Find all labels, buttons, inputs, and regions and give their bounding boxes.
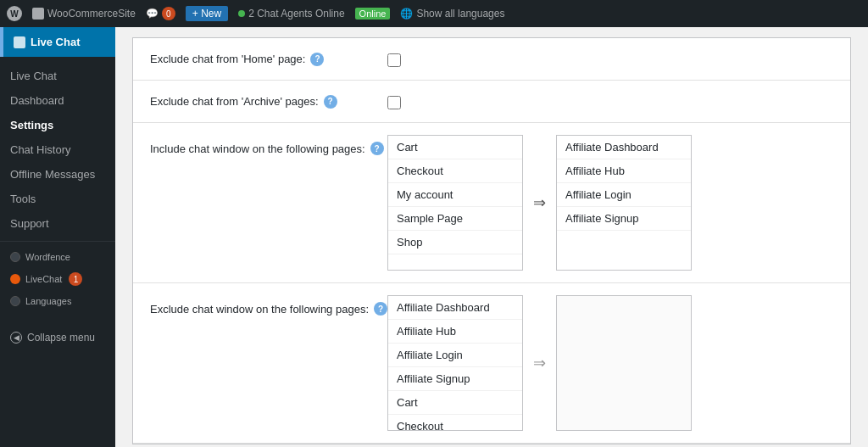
sidebar-item-livechat[interactable]: Live Chat	[0, 64, 115, 88]
include-pages-control: Cart Checkout My account Sample Page Sho…	[387, 135, 833, 271]
wp-logo-btn[interactable]: W	[7, 6, 22, 21]
exclude-archive-control	[387, 94, 833, 109]
list-item[interactable]: Checkout	[388, 159, 522, 183]
exclude-archive-help-icon[interactable]: ?	[324, 95, 337, 109]
include-pages-row: Include chat window on the following pag…	[133, 123, 850, 283]
top-bar: W WooCommerceSite 💬 0 + New 2 Chat Agent…	[0, 0, 868, 27]
sidebar-item-settings[interactable]: Settings	[0, 113, 115, 137]
site-name-btn[interactable]: WooCommerceSite	[32, 8, 136, 20]
exclude-archive-row: Exclude chat from 'Archive' pages: ?	[133, 81, 850, 123]
collapse-menu-btn[interactable]: ◀ Collapse menu	[0, 325, 115, 350]
sidebar-item-support[interactable]: Support	[0, 211, 115, 236]
list-item[interactable]: Shop	[388, 231, 522, 254]
list-item[interactable]: Checkout	[388, 415, 522, 431]
include-pages-help-icon[interactable]: ?	[370, 142, 384, 155]
comments-count: 0	[162, 7, 175, 20]
languages-icon	[10, 296, 20, 306]
sidebar: Live Chat Live Chat Dashboard Settings C…	[0, 27, 115, 447]
include-right-listbox[interactable]: Affiliate Dashboard Affiliate Hub Affili…	[556, 135, 692, 271]
collapse-icon: ◀	[10, 332, 22, 344]
include-transfer-btn[interactable]: ⇒	[530, 190, 549, 215]
exclude-home-label: Exclude chat from 'Home' page: ?	[150, 53, 387, 66]
list-item[interactable]: Affiliate Login	[388, 344, 522, 367]
include-pages-label: Include chat window on the following pag…	[150, 135, 387, 155]
list-item[interactable]: Cart	[388, 136, 522, 159]
livechat-header-icon	[14, 36, 25, 48]
exclude-left-listbox[interactable]: Affiliate Dashboard Affiliate Hub Affili…	[387, 295, 523, 431]
exclude-list-box-container: Affiliate Dashboard Affiliate Hub Affili…	[387, 295, 692, 431]
sidebar-item-chat-history[interactable]: Chat History	[0, 137, 115, 162]
site-icon	[32, 8, 44, 20]
exclude-home-checkbox[interactable]	[387, 53, 401, 67]
sidebar-item-languages[interactable]: Languages	[0, 291, 115, 311]
sidebar-header: Live Chat	[0, 27, 115, 57]
exclude-left-wrapper: Affiliate Dashboard Affiliate Hub Affili…	[387, 295, 523, 431]
wp-logo-icon: W	[7, 6, 22, 21]
comments-btn[interactable]: 💬 0	[146, 7, 175, 20]
exclude-archive-checkbox[interactable]	[387, 96, 401, 109]
exclude-home-control	[387, 52, 833, 67]
online-status[interactable]: Online	[355, 8, 391, 20]
sidebar-divider	[0, 241, 115, 242]
exclude-home-help-icon[interactable]: ?	[310, 53, 324, 66]
agents-status: 2 Chat Agents Online	[238, 8, 344, 20]
include-left-wrapper: Cart Checkout My account Sample Page Sho…	[387, 135, 523, 271]
online-dot-icon	[238, 10, 245, 17]
include-list-box-container: Cart Checkout My account Sample Page Sho…	[387, 135, 692, 271]
sidebar-item-tools[interactable]: Tools	[0, 187, 115, 211]
list-item[interactable]: Affiliate Login	[557, 183, 691, 207]
exclude-pages-help-icon[interactable]: ?	[374, 302, 387, 316]
languages-btn[interactable]: 🌐 Show all languages	[400, 8, 504, 20]
list-item[interactable]: My account	[388, 183, 522, 207]
sidebar-nav: Live Chat Dashboard Settings Chat Histor…	[0, 57, 115, 318]
list-item[interactable]: Affiliate Hub	[388, 320, 522, 344]
main-content: Exclude chat from 'Home' page: ? Exclude…	[115, 27, 868, 447]
list-item[interactable]: Affiliate Signup	[557, 207, 691, 231]
include-left-listbox[interactable]: Cart Checkout My account Sample Page Sho…	[387, 135, 523, 271]
exclude-home-row: Exclude chat from 'Home' page: ?	[133, 38, 850, 81]
list-item[interactable]: Affiliate Dashboard	[557, 136, 691, 159]
list-item[interactable]: Sample Page	[388, 207, 522, 231]
exclude-right-listbox[interactable]	[556, 295, 692, 431]
list-item[interactable]: Cart	[388, 391, 522, 415]
list-item[interactable]: Affiliate Hub	[557, 159, 691, 183]
new-btn[interactable]: + New	[186, 6, 228, 21]
sidebar-item-wordfence[interactable]: Wordfence	[0, 247, 115, 267]
exclude-pages-label: Exclude chat window on the following pag…	[150, 295, 387, 316]
livechat-plugin-icon	[10, 274, 20, 284]
livechat-badge: 1	[69, 272, 82, 286]
list-item[interactable]: Affiliate Dashboard	[388, 296, 522, 320]
include-right-wrapper: Affiliate Dashboard Affiliate Hub Affili…	[556, 135, 692, 271]
sidebar-item-dashboard[interactable]: Dashboard	[0, 88, 115, 113]
exclude-archive-label: Exclude chat from 'Archive' pages: ?	[150, 95, 387, 109]
exclude-pages-row: Exclude chat window on the following pag…	[133, 283, 850, 444]
exclude-transfer-btn[interactable]: ⇒	[530, 350, 549, 376]
sidebar-item-offline-messages[interactable]: Offline Messages	[0, 162, 115, 187]
exclude-right-wrapper	[556, 295, 692, 431]
sidebar-item-livechat-plugin[interactable]: LiveChat 1	[0, 267, 115, 291]
exclude-pages-control: Affiliate Dashboard Affiliate Hub Affili…	[387, 295, 833, 431]
list-item[interactable]: Affiliate Signup	[388, 367, 522, 391]
wordfence-icon	[10, 252, 20, 262]
settings-card: Exclude chat from 'Home' page: ? Exclude…	[132, 37, 851, 444]
